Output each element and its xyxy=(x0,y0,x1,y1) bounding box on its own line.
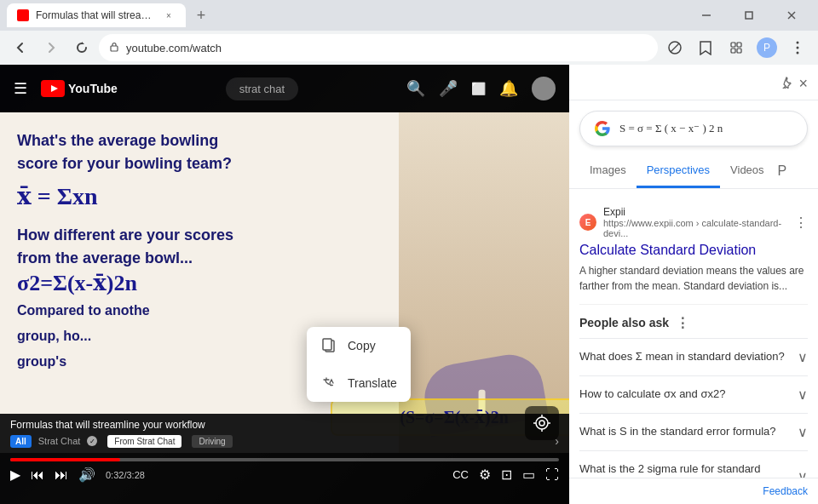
pin-button[interactable] xyxy=(780,77,792,92)
youtube-logo[interactable]: YouTube xyxy=(41,80,118,97)
paa-item-0[interactable]: What does Σ mean in standard deviation? … xyxy=(579,338,808,375)
volume-button[interactable]: 🔊 xyxy=(78,467,95,483)
paa-chevron-0: ∨ xyxy=(798,349,808,365)
youtube-logo-text: YouTube xyxy=(68,82,118,95)
forward-button[interactable] xyxy=(37,34,65,61)
svg-rect-1 xyxy=(746,12,752,19)
driving-tag: Driving xyxy=(192,435,232,448)
active-tab[interactable]: Formulas that will streamline × xyxy=(7,3,186,27)
extensions-button[interactable] xyxy=(723,34,750,61)
wb-text-2: score for your bowling team? xyxy=(17,152,382,175)
search-box[interactable]: S = σ = Σ ( x − x⁻ ) 2 n xyxy=(579,111,808,146)
video-controls: ▶ ⏮ ⏭ 🔊 0:32/3:28 CC ⚙ ⊡ ▭ ⛶ xyxy=(0,453,569,504)
nav-bar: youtube.com/watch P xyxy=(0,31,818,65)
search-results: E Expii https://www.expii.com › calculat… xyxy=(569,189,818,478)
mic-icon[interactable]: 🎤 xyxy=(439,79,458,98)
browser-chrome: Formulas that will streamline × + xyxy=(0,0,818,65)
progress-fill xyxy=(10,458,120,461)
lens-button[interactable] xyxy=(661,34,688,61)
theater-button[interactable]: ▭ xyxy=(522,467,535,483)
svg-rect-8 xyxy=(731,49,735,53)
reload-button[interactable] xyxy=(68,34,95,61)
paa-more-button[interactable]: ⋮ xyxy=(676,315,689,331)
paa-item-2[interactable]: What is S in the standard error formula?… xyxy=(579,413,808,450)
feedback-bar[interactable]: Feedback xyxy=(569,478,818,504)
result-title[interactable]: Calculate Standard Deviation xyxy=(579,242,808,260)
paa-item-1[interactable]: How to calculate σx and σx2? ∨ xyxy=(579,375,808,413)
translate-menu-item[interactable]: Translate xyxy=(307,364,411,402)
notifications-icon[interactable]: 🔔 xyxy=(499,79,518,98)
verified-icon: ✓ xyxy=(87,436,97,446)
settings-button[interactable]: ⚙ xyxy=(479,467,491,483)
window-minimize-button[interactable] xyxy=(687,3,726,27)
skip-back-button[interactable]: ⏮ xyxy=(31,467,44,483)
hamburger-menu-button[interactable]: ☰ xyxy=(14,79,27,98)
skip-forward-button[interactable]: ⏭ xyxy=(55,467,68,483)
tab-title: Formulas that will streamline xyxy=(36,9,155,21)
tab-videos[interactable]: Videos xyxy=(720,157,775,188)
youtube-logo-icon xyxy=(41,80,65,97)
feedback-text[interactable]: Feedback xyxy=(763,485,808,497)
youtube-panel: ☰ YouTube strat chat 🔍 🎤 ⬜ 🔔 xyxy=(0,65,569,504)
back-button[interactable] xyxy=(7,34,34,61)
window-controls xyxy=(687,3,811,27)
paa-header: People also ask ⋮ xyxy=(579,308,808,338)
miniplayer-button[interactable]: ⊡ xyxy=(501,467,512,483)
fullscreen-button[interactable]: ⛶ xyxy=(545,467,559,483)
result-card: E Expii https://www.expii.com › calculat… xyxy=(579,196,808,305)
nav-actions: P xyxy=(661,34,811,61)
result-favicon: E xyxy=(579,214,596,231)
new-tab-button[interactable]: + xyxy=(189,3,213,27)
search-area: strat chat xyxy=(131,77,393,100)
progress-bar[interactable] xyxy=(10,458,559,461)
result-more-button[interactable]: ⋮ xyxy=(794,215,808,231)
paa-item-3[interactable]: What is the 2 sigma rule for standard de… xyxy=(579,450,808,478)
tab-more[interactable]: P xyxy=(775,157,791,188)
video-content: What's the average bowling score for you… xyxy=(0,112,569,453)
window-restore-button[interactable] xyxy=(729,3,769,27)
profile-button[interactable]: P xyxy=(753,34,781,61)
url-text: youtube.com/watch xyxy=(126,42,222,54)
paa-header-text: People also ask xyxy=(579,316,669,329)
wb-text-4: from the average bowl... xyxy=(17,247,382,270)
result-header: E Expii https://www.expii.com › calculat… xyxy=(579,206,808,238)
context-menu: Copy Translate xyxy=(307,327,411,402)
all-badge: All xyxy=(10,435,32,448)
copy-menu-item[interactable]: Copy xyxy=(307,327,411,364)
people-also-ask-section: People also ask ⋮ What does Σ mean in st… xyxy=(579,308,808,478)
youtube-header: ☰ YouTube strat chat 🔍 🎤 ⬜ 🔔 xyxy=(0,65,569,112)
wb-text-5: Compared to anothe xyxy=(17,303,382,318)
paa-question-0: What does Σ mean in standard deviation? xyxy=(579,349,798,364)
video-container: ☰ YouTube strat chat 🔍 🎤 ⬜ 🔔 xyxy=(0,65,569,504)
time-display: 0:32/3:28 xyxy=(106,470,145,480)
video-title-text: Formulas that will streamline your workf… xyxy=(10,419,559,431)
more-button[interactable] xyxy=(784,34,811,61)
panel-actions: × xyxy=(780,75,808,93)
scan-button[interactable] xyxy=(525,406,559,440)
search-label: strat chat xyxy=(226,77,298,100)
result-snippet: A higher standard deviation means the va… xyxy=(579,263,808,294)
copy-icon xyxy=(320,337,337,354)
cast-icon[interactable]: ⬜ xyxy=(471,82,486,95)
paa-question-1: How to calculate σx and σx2? xyxy=(579,387,798,402)
panel-close-button[interactable]: × xyxy=(798,75,808,93)
play-button[interactable]: ▶ xyxy=(10,467,20,483)
svg-point-10 xyxy=(797,42,799,44)
hand-area: (S=σ=Σ(x-x̄)2n xyxy=(399,112,569,453)
tab-close-button[interactable]: × xyxy=(162,9,176,22)
result-url: https://www.expii.com › calculate-standa… xyxy=(603,218,787,238)
subtitles-button[interactable]: CC xyxy=(452,468,469,481)
address-bar[interactable]: youtube.com/watch xyxy=(99,34,658,61)
video-channel: All Strat Chat ✓ From Strat Chat Driving… xyxy=(10,434,559,448)
search-formula-text: S = σ = Σ ( x − x⁻ ) 2 n xyxy=(619,122,723,135)
tab-perspectives[interactable]: Perspectives xyxy=(637,157,720,188)
header-actions: 🔍 🎤 ⬜ 🔔 xyxy=(406,77,556,100)
paa-chevron-3: ∨ xyxy=(798,468,808,478)
wb-text-1: What's the average bowling xyxy=(17,129,382,152)
search-icon[interactable]: 🔍 xyxy=(406,79,425,98)
bookmark-button[interactable] xyxy=(692,34,719,61)
svg-point-11 xyxy=(797,47,799,49)
tab-images[interactable]: Images xyxy=(579,157,637,188)
window-close-button[interactable] xyxy=(772,3,811,27)
user-avatar[interactable] xyxy=(532,77,556,100)
